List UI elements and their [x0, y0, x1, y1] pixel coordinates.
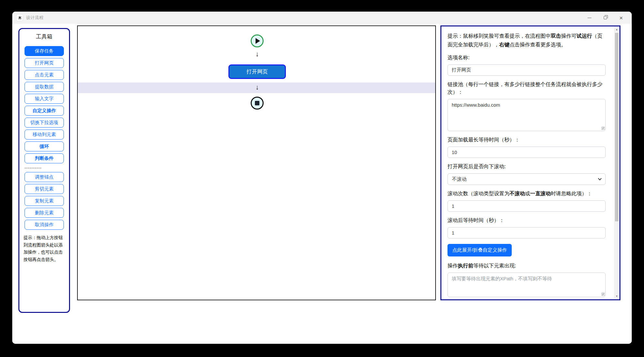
flowchart-canvas[interactable]: ↓ 打开网页 ↓: [77, 25, 436, 300]
toolbox-button-save-task[interactable]: 保存任务: [25, 46, 64, 56]
scroll-type-label: 打开网页后是否向下滚动:: [448, 163, 606, 170]
end-node[interactable]: [251, 97, 264, 110]
scroll-type-select[interactable]: 不滚动: [448, 173, 606, 185]
title-bar: 设计流程 ×: [12, 12, 632, 24]
start-node[interactable]: [251, 34, 264, 47]
scrollbar-down-icon[interactable]: ▼: [614, 295, 619, 298]
play-icon: [256, 38, 260, 44]
scroll-wait-input[interactable]: [448, 227, 606, 238]
toolbox-divider: ----------: [25, 165, 64, 170]
flow-arrow-top[interactable]: ↓: [251, 50, 264, 58]
toolbox-button-toggle-dropdown[interactable]: 切换下拉选项: [25, 118, 64, 128]
drop-highlight-band: ↓: [78, 82, 435, 93]
toggle-custom-action-button[interactable]: 点此展开/折叠自定义操作: [448, 244, 512, 256]
window-controls: ×: [586, 14, 628, 21]
scrollbar-up-icon[interactable]: ▲: [614, 28, 619, 31]
window-content: 工具箱 保存任务打开网页点击元素提取数据输入文字自定义操作切换下拉选项移动到元素…: [12, 24, 632, 344]
toolbox-button-delete-element[interactable]: 删除元素: [25, 208, 64, 218]
toolbox-button-move-to-element[interactable]: 移动到元素: [25, 130, 64, 140]
option-name-input[interactable]: [448, 64, 606, 76]
toolbox-button-list: 保存任务打开网页点击元素提取数据输入文字自定义操作切换下拉选项移动到元素循环判断…: [25, 44, 64, 232]
toolbox-button-click-element[interactable]: 点击元素: [25, 70, 64, 80]
wait-before-label: 操作执行前等待以下元素出现:: [448, 262, 606, 270]
scrollbar-thumb[interactable]: [615, 33, 619, 221]
link-pool-label: 链接池（每行一个链接，有多少行链接整个任务流程就会被执行多少次）：: [448, 81, 606, 96]
app-icon: [16, 14, 23, 21]
scroll-type-selected-value: 不滚动: [452, 176, 467, 182]
toolbox-hint-text: 提示：拖动上方按钮到流程图箭头处以添加操作，也可以点击按钮再点击箭头。: [19, 232, 69, 264]
options-panel-content: 提示：鼠标移到笑脸可查看提示，在流程图中双击操作可试运行（页面完全加载完毕后），…: [441, 26, 614, 299]
resize-handle-icon[interactable]: [601, 293, 605, 296]
scroll-times-label: 滚动次数（滚动类型设置为不滚动或一直滚动时请忽略此项）：: [448, 190, 606, 198]
max-wait-label: 页面加载最长等待时间（秒）：: [448, 136, 606, 144]
window-title: 设计流程: [26, 15, 44, 21]
toolbox-button-condition[interactable]: 判断条件: [25, 153, 64, 163]
toolbox-button-cancel-action[interactable]: 取消操作: [25, 220, 64, 230]
max-wait-input[interactable]: [448, 147, 606, 158]
toolbox-button-copy-element[interactable]: 复制元素: [25, 196, 64, 206]
flow-arrow-bottom[interactable]: ↓: [251, 83, 264, 91]
resize-handle-icon[interactable]: [601, 127, 605, 130]
toolbox-button-loop[interactable]: 循环: [25, 141, 64, 151]
scroll-wait-label: 滚动后等待时间（秒）：: [448, 217, 606, 224]
minimize-icon[interactable]: [586, 14, 593, 21]
options-panel: 提示：鼠标移到笑脸可查看提示，在流程图中双击操作可试运行（页面完全加载完毕后），…: [440, 25, 620, 300]
panel-hint-text: 提示：鼠标移到笑脸可查看提示，在流程图中双击操作可试运行（页面完全加载完毕后），…: [448, 32, 606, 49]
stop-icon: [255, 101, 259, 105]
chevron-down-icon: [598, 177, 601, 180]
toolbox-button-extract-data[interactable]: 提取数据: [25, 82, 64, 92]
toolbox-panel: 工具箱 保存任务打开网页点击元素提取数据输入文字自定义操作切换下拉选项移动到元素…: [18, 28, 70, 313]
toolbox-button-adjust-anchor[interactable]: 调整锚点: [25, 172, 64, 182]
restore-icon[interactable]: [602, 14, 609, 21]
panel-scrollbar[interactable]: ▲ ▼: [614, 26, 619, 299]
close-icon[interactable]: ×: [618, 14, 625, 21]
node-open-webpage[interactable]: 打开网页: [228, 64, 286, 79]
toolbox-title: 工具箱: [36, 33, 53, 40]
toolbox-button-cut-element[interactable]: 剪切元素: [25, 184, 64, 194]
app-window: 设计流程 × 工具箱 保存任务打开网页点击元素提取数据输入文字自定义操作切换下拉…: [12, 12, 632, 344]
toolbox-button-open-webpage[interactable]: 打开网页: [25, 58, 64, 68]
option-name-label: 选项名称:: [448, 54, 606, 62]
toolbox-button-custom-action[interactable]: 自定义操作: [25, 106, 64, 116]
link-pool-textarea[interactable]: https://www.baidu.com: [448, 99, 606, 131]
wait-before-textarea[interactable]: [448, 273, 606, 297]
scroll-times-input[interactable]: [448, 200, 606, 212]
toolbox-button-input-text[interactable]: 输入文字: [25, 94, 64, 104]
